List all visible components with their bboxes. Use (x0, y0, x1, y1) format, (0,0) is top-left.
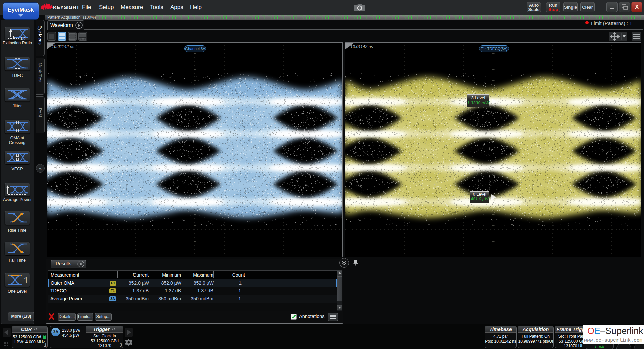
svg-text:10.01142 ns: 10.01142 ns (350, 44, 373, 49)
svg-text:1: 1 (24, 275, 29, 285)
svg-text:10.01142 ns: 10.01142 ns (52, 44, 74, 49)
svg-text:1/0: 1/0 (20, 37, 25, 40)
